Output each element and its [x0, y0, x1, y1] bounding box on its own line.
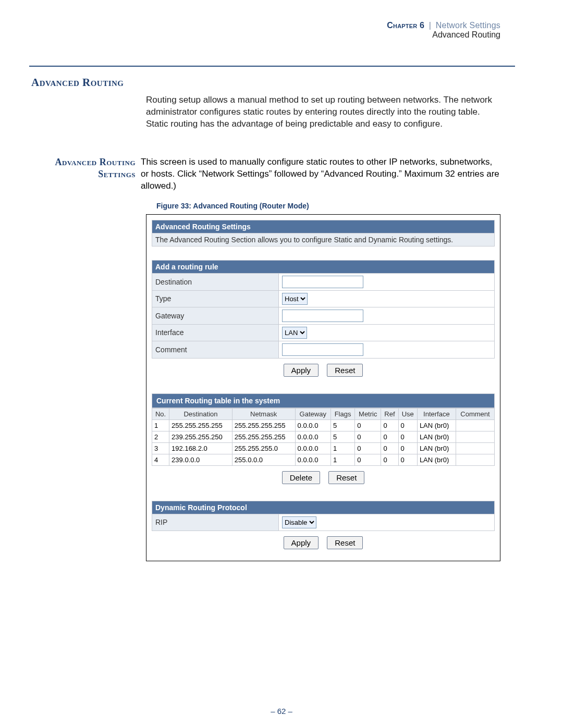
side-label-line2: Settings: [98, 169, 136, 179]
table-row[interactable]: 4239.0.0.0255.0.0.00.0.0.01000LAN (br0): [152, 454, 495, 465]
rt-col-dest: Destination: [169, 408, 232, 419]
panel1-title: Advanced Routing Settings: [152, 220, 495, 233]
label-interface: Interface: [152, 324, 279, 341]
routing-table-title: Current Routing table in the system: [152, 393, 495, 408]
gateway-input[interactable]: [282, 310, 363, 322]
table-row[interactable]: 1255.255.255.255255.255.255.2550.0.0.050…: [152, 419, 495, 431]
apply-button[interactable]: Apply: [284, 364, 319, 377]
subsection-side-label: Advanced Routing Settings: [0, 156, 141, 192]
header-chapter: Chapter 6: [387, 21, 424, 30]
dynamic-title: Dynamic Routing Protocol: [152, 501, 495, 514]
reset-button-3[interactable]: Reset: [327, 536, 363, 549]
reset-button[interactable]: Reset: [327, 364, 363, 377]
rt-col-netmask: Netmask: [232, 408, 295, 419]
routing-table: No. Destination Netmask Gateway Flags Me…: [152, 408, 495, 466]
side-label-line1: Advanced Routing: [55, 157, 136, 167]
rt-col-metric: Metric: [355, 408, 381, 419]
label-comment: Comment: [152, 341, 279, 358]
reset-button-2[interactable]: Reset: [328, 471, 364, 484]
section-rule: [29, 66, 515, 67]
header-subsection: Advanced Routing: [0, 30, 563, 40]
advanced-routing-settings-panel: Advanced Routing Settings The Advanced R…: [152, 220, 495, 246]
rt-col-comment: Comment: [456, 408, 494, 419]
label-gateway: Gateway: [152, 307, 279, 324]
apply-button-2[interactable]: Apply: [284, 536, 319, 549]
interface-select[interactable]: LAN: [282, 327, 307, 339]
add-rule-buttons: Apply Reset: [152, 359, 495, 380]
router-screenshot: Advanced Routing Settings The Advanced R…: [146, 214, 500, 561]
rip-select[interactable]: Disable: [282, 516, 316, 528]
table-row[interactable]: 2239.255.255.250255.255.255.2550.0.0.050…: [152, 431, 495, 442]
panel1-desc: The Advanced Routing Section allows you …: [152, 233, 495, 246]
page-number: – 62 –: [0, 707, 563, 715]
delete-button[interactable]: Delete: [282, 471, 320, 484]
rt-col-ref: Ref: [381, 408, 398, 419]
dynamic-routing-panel: Dynamic Routing Protocol RIP Disable: [152, 501, 495, 531]
header-sep: |: [427, 21, 433, 30]
add-routing-rule-panel: Add a routing rule Destination Type Host…: [152, 260, 495, 359]
rt-col-no: No.: [152, 408, 169, 419]
routing-table-buttons: Delete Reset: [152, 466, 495, 487]
figure-caption: Figure 33: Advanced Routing (Router Mode…: [156, 202, 563, 210]
label-rip: RIP: [152, 514, 279, 530]
rt-col-use: Use: [398, 408, 417, 419]
destination-input[interactable]: [282, 276, 363, 288]
add-rule-title: Add a routing rule: [152, 260, 495, 273]
type-select[interactable]: Host: [282, 293, 308, 305]
rt-col-interface: Interface: [417, 408, 456, 419]
intro-paragraph: Routing setup allows a manual method to …: [146, 94, 500, 130]
header-breadcrumb: Chapter 6 | Network Settings: [0, 21, 563, 30]
rt-col-flags: Flags: [331, 408, 354, 419]
comment-input[interactable]: [282, 343, 363, 356]
dynamic-buttons: Apply Reset: [152, 531, 495, 552]
rt-col-gateway: Gateway: [295, 408, 331, 419]
header-section: Network Settings: [436, 21, 500, 30]
section-title: Advanced Routing: [31, 76, 563, 89]
subsection-body: This screen is used to manually configur…: [141, 156, 563, 192]
table-row[interactable]: 3192.168.2.0255.255.255.00.0.0.01000LAN …: [152, 442, 495, 454]
label-destination: Destination: [152, 273, 279, 290]
label-type: Type: [152, 290, 279, 307]
